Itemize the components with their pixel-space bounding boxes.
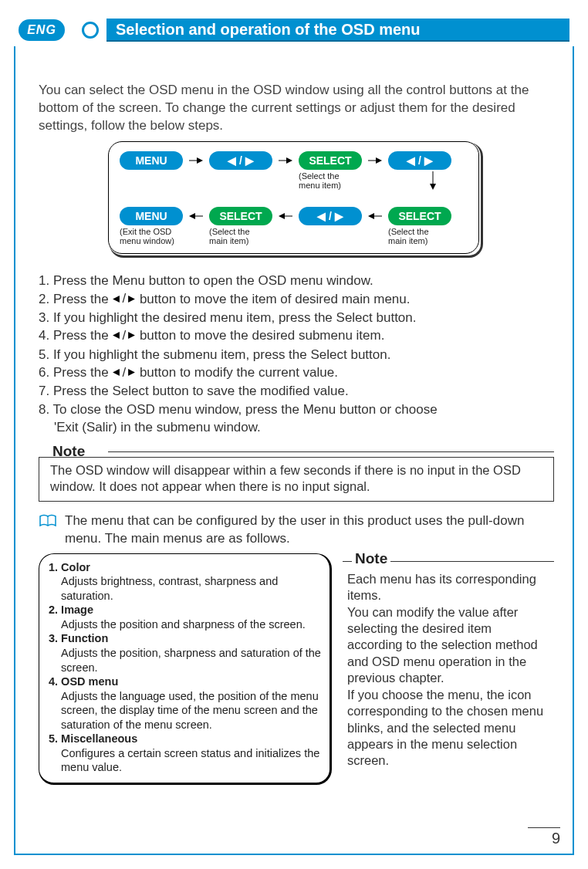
- step-8: 8. To close the OSD menu window, press t…: [39, 401, 554, 418]
- note-1: Note The OSD window will disappear withi…: [39, 443, 554, 502]
- step-text: 6. Press the: [39, 365, 112, 380]
- step-text: 4. Press the: [39, 328, 112, 343]
- arrow-right-icon: [277, 151, 294, 170]
- flow-caption: (Select the menu item): [299, 171, 362, 190]
- intro-paragraph: You can select the OSD menu in the OSD w…: [39, 82, 554, 135]
- language-badge: ENG: [19, 19, 65, 41]
- step-6: 6. Press the / button to modify the curr…: [39, 363, 554, 382]
- step-7: 7. Press the Select button to save the m…: [39, 382, 554, 400]
- step-text: 2. Press the: [39, 292, 112, 306]
- menu-desc-5: Configures a certain screen status and i…: [49, 746, 322, 775]
- flow-caption: (Select the main item): [388, 227, 451, 245]
- svg-marker-19: [128, 369, 135, 376]
- arrow-left-icon: [188, 207, 204, 225]
- arrow-down-icon: [429, 171, 437, 192]
- step-1: 1. Press the Menu button to open the OSD…: [39, 272, 554, 289]
- note-box: The OSD window will disappear within a f…: [39, 457, 554, 502]
- pulldown-description: The menu that can be configured by the u…: [65, 512, 554, 546]
- step-2: 2. Press the / button to move the item o…: [39, 290, 554, 309]
- flow-caption: (Select the main item): [209, 227, 272, 245]
- arrows-button-pill: ◀ / ▶: [209, 151, 272, 170]
- page-frame: ENG Selection and operation of the OSD m…: [14, 14, 574, 855]
- svg-marker-16: [113, 332, 120, 339]
- svg-marker-15: [128, 296, 135, 303]
- step-8-cont: 'Exit (Salir) in the submenu window.: [39, 418, 554, 436]
- menu-desc-3: Adjusts the position, sharpness and satu…: [49, 646, 322, 675]
- menu-title-5: 5. Miscellaneous: [49, 732, 137, 745]
- pulldown-description-row: The menu that can be configured by the u…: [39, 512, 554, 546]
- flow-row-1: MENU ◀ / ▶ SELECT (Select the menu item): [120, 151, 468, 190]
- menu-list-frame: 1. Color Adjusts brightness, contrast, s…: [39, 553, 332, 785]
- menu-title-3: 3. Function: [49, 632, 108, 644]
- left-right-arrows-icon: /: [112, 326, 136, 344]
- menu-desc-4: Adjusts the language used, the position …: [49, 689, 322, 732]
- menu-title-1: 1. Color: [49, 561, 90, 573]
- menu-title-2: 2. Image: [49, 604, 93, 616]
- menu-title-4: 4. OSD menu: [49, 675, 118, 688]
- note-box: Each menu has its corresponding items. Y…: [343, 561, 554, 776]
- flow-diagram: MENU ◀ / ▶ SELECT (Select the menu item): [110, 143, 483, 258]
- note-2: Note Each menu has its corresponding ite…: [343, 553, 554, 785]
- bottom-columns: 1. Color Adjusts brightness, contrast, s…: [39, 553, 554, 785]
- page-title: Selection and operation of the OSD menu: [106, 19, 569, 42]
- book-icon: [39, 514, 59, 546]
- step-3: 3. If you highlight the desired menu ite…: [39, 309, 554, 326]
- arrow-right-icon: [367, 151, 384, 170]
- select-button-pill: SELECT: [299, 151, 362, 170]
- svg-marker-17: [128, 332, 135, 339]
- page-number: 9: [528, 827, 560, 847]
- svg-marker-1: [430, 184, 436, 190]
- steps-list: 1. Press the Menu button to open the OSD…: [39, 272, 554, 436]
- arrow-left-icon: [277, 207, 294, 225]
- svg-marker-3: [197, 157, 203, 164]
- menu-button-pill: MENU: [120, 151, 183, 170]
- menu-desc-2: Adjusts the position and sharpness of th…: [49, 617, 322, 632]
- left-right-arrows-icon: /: [112, 289, 136, 307]
- left-right-arrows-icon: /: [112, 363, 136, 381]
- select-button-pill: SELECT: [388, 207, 451, 225]
- step-text: button to modify the current value.: [140, 365, 338, 380]
- step-5: 5. If you highlight the submenu item, pr…: [39, 346, 554, 363]
- content-area: You can select the OSD menu in the OSD w…: [39, 82, 554, 846]
- svg-marker-14: [113, 296, 120, 303]
- flow-row-2: MENU (Exit the OSD menu window) SELECT (…: [120, 207, 468, 245]
- circle-icon: [82, 22, 99, 39]
- menu-list: 1. Color Adjusts brightness, contrast, s…: [39, 553, 332, 785]
- svg-marker-18: [113, 369, 120, 376]
- menu-button-pill: MENU: [120, 207, 183, 225]
- step-text: button to move the item of desired main …: [140, 292, 411, 306]
- header-bar: ENG Selection and operation of the OSD m…: [14, 14, 574, 46]
- note-label: Note: [352, 550, 390, 567]
- flow-caption: (Exit the OSD menu window): [120, 227, 183, 245]
- menu-desc-1: Adjusts brightness, contrast, sharpness …: [49, 574, 322, 603]
- step-text: button to move the desired submenu item.: [140, 328, 385, 343]
- arrows-button-pill: ◀ / ▶: [299, 207, 362, 225]
- arrows-button-pill: ◀ / ▶: [388, 151, 451, 170]
- select-button-pill: SELECT: [209, 207, 272, 225]
- arrow-right-icon: [188, 151, 204, 170]
- arrow-left-icon: [367, 207, 384, 225]
- note-divider: [108, 451, 554, 452]
- step-4: 4. Press the / button to move the desire…: [39, 326, 554, 345]
- svg-marker-5: [286, 157, 292, 164]
- svg-marker-7: [376, 157, 382, 164]
